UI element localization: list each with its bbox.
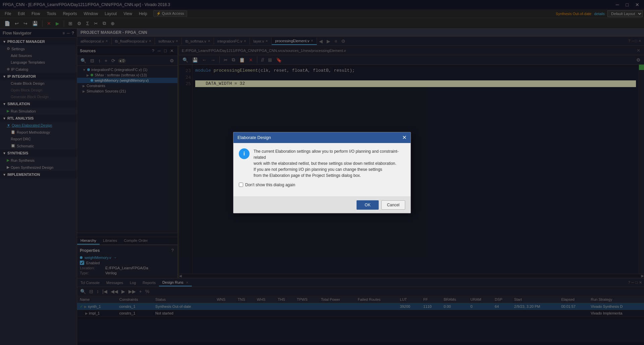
modal-message-line2: work with the elaborated netlist, but th…	[254, 161, 396, 166]
modal-close-button[interactable]: ✕	[402, 135, 407, 140]
modal-dont-show-checkbox[interactable]	[239, 183, 243, 187]
modal-message-text: The current Elaboration settings allow y…	[254, 148, 405, 179]
modal-title-text: Elaborate Design	[237, 135, 271, 140]
modal-cancel-button[interactable]: Cancel	[381, 200, 405, 210]
modal-checkbox-label: Don't show this dialog again	[245, 183, 295, 187]
modal-info-icon: i	[239, 148, 250, 159]
modal-message-line3: If you are not performing I/O pin planni…	[254, 167, 382, 172]
modal-title-bar: Elaborate Design ✕	[233, 132, 411, 143]
modal-message-line1: The current Elaboration settings allow y…	[254, 149, 398, 160]
modal-info-section: i The current Elaboration settings allow…	[239, 148, 405, 179]
modal-message-line4: from the Elaboration page of the Project…	[254, 173, 361, 178]
modal-checkbox-section: Don't show this dialog again	[239, 183, 405, 187]
modal-overlay[interactable]: Elaborate Design ✕ i The current Elabora…	[0, 0, 644, 345]
elaborate-design-modal: Elaborate Design ✕ i The current Elabora…	[233, 132, 411, 213]
modal-footer: OK Cancel	[233, 197, 411, 213]
modal-body: i The current Elaboration settings allow…	[233, 143, 411, 197]
info-letter: i	[244, 151, 245, 157]
modal-ok-button[interactable]: OK	[357, 200, 378, 210]
